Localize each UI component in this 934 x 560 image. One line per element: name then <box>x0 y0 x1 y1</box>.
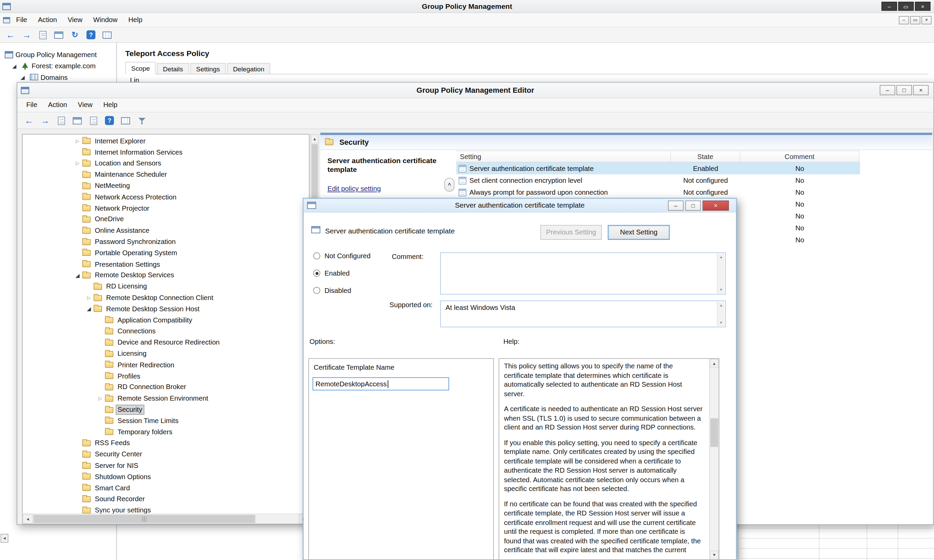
scroll-left-button[interactable]: ◄ <box>23 514 33 524</box>
column-header-state[interactable]: State <box>671 151 740 162</box>
tree-item-maintenance-scheduler[interactable]: Maintenance Scheduler <box>23 169 309 180</box>
tree-item-server-for-nis[interactable]: Server for NIS <box>23 460 309 471</box>
dialog-titlebar[interactable]: Server authentication certificate templa… <box>304 199 736 212</box>
editor-menu-view[interactable]: View <box>73 98 98 112</box>
scroll-up-icon[interactable]: ▲ <box>717 302 724 309</box>
expander-expanded-icon[interactable]: ◢ <box>84 306 94 312</box>
tree-item-online-assistance[interactable]: Online Assistance <box>23 225 309 237</box>
tree-item-netmeeting[interactable]: NetMeeting <box>23 180 309 192</box>
menu-file[interactable]: File <box>11 13 32 27</box>
tree-item-profiles[interactable]: Profiles <box>23 371 309 382</box>
supported-on-box[interactable]: At least Windows Vista ▲ ▼ <box>440 300 726 327</box>
editor-titlebar[interactable]: Group Policy Management Editor – □ × <box>17 83 933 98</box>
mdi-restore-button[interactable]: ▭ <box>910 15 920 24</box>
settings-row[interactable]: Always prompt for password upon connecti… <box>456 186 860 198</box>
tree-item-rd-licensing[interactable]: RD Licensing <box>23 281 309 292</box>
editor-menu-file[interactable]: File <box>21 98 43 112</box>
scrollbar-thumb[interactable] <box>33 515 255 523</box>
tree-item-device-and-resource-redirection[interactable]: Device and Resource Redirection <box>23 337 309 348</box>
tree-item-password-synchronization[interactable]: Password Synchronization <box>23 237 309 248</box>
tree-item-rd-connection-broker[interactable]: RD Connection Broker <box>23 382 309 393</box>
editor-menu-action[interactable]: Action <box>43 98 73 112</box>
expander-expanded-icon[interactable]: ◢ <box>73 272 82 278</box>
tree-item-smart-card[interactable]: Smart Card <box>23 483 309 494</box>
edit-policy-setting-link[interactable]: Edit policy setting <box>327 185 381 192</box>
radio-enabled[interactable]: Enabled <box>313 268 350 278</box>
back-button[interactable]: ← <box>3 28 18 42</box>
editor-extended-view-button[interactable] <box>118 114 133 127</box>
tab-details[interactable]: Details <box>157 63 189 74</box>
column-header-setting[interactable]: Setting <box>456 151 671 162</box>
expander-collapsed-icon[interactable]: ▷ <box>84 295 94 301</box>
scroll-down-icon[interactable]: ▼ <box>717 319 724 326</box>
editor-forward-button[interactable]: → <box>37 114 52 127</box>
expander-collapsed-icon[interactable]: ▷ <box>96 396 105 401</box>
next-setting-button[interactable]: Next Setting <box>608 225 670 240</box>
titlebar[interactable]: Group Policy Management – ▭ × <box>0 0 934 13</box>
mdi-close-button[interactable]: × <box>922 15 932 24</box>
expander-expanded-icon[interactable]: ◢ <box>9 63 19 69</box>
properties-button[interactable] <box>51 28 66 42</box>
column-header-comment[interactable]: Comment <box>740 151 860 162</box>
menu-view[interactable]: View <box>62 13 88 27</box>
expander-collapsed-icon[interactable]: ▷ <box>73 138 82 144</box>
collapse-chevron-button[interactable]: ^ <box>444 178 454 192</box>
settings-row[interactable]: Server authentication certificate templa… <box>456 162 860 174</box>
tree-item-remote-desktop-connection-client[interactable]: ▷Remote Desktop Connection Client <box>23 292 309 303</box>
scroll-up-button[interactable]: ▲ <box>710 359 719 368</box>
tab-scope[interactable]: Scope <box>125 62 156 74</box>
show-console-tree-button[interactable] <box>35 28 50 42</box>
tab-settings[interactable]: Settings <box>190 63 226 74</box>
tree-item-application-compatibility[interactable]: Application Compatibility <box>23 315 309 326</box>
scrollbar-thumb[interactable] <box>710 418 718 447</box>
tree-item-session-time-limits[interactable]: Session Time Limits <box>23 415 309 426</box>
comment-textarea[interactable]: ▲ ▼ <box>440 252 726 295</box>
scroll-down-button[interactable]: ▼ <box>710 551 719 559</box>
tree-item-internet-explorer[interactable]: ▷Internet Explorer <box>23 135 309 147</box>
tree-item-temporary-folders[interactable]: Temporary folders <box>23 426 309 438</box>
scroll-up-icon[interactable]: ▲ <box>717 254 724 261</box>
editor-back-button[interactable]: ← <box>22 114 36 127</box>
editor-filter-button[interactable] <box>134 114 149 127</box>
tree-item-connections[interactable]: Connections <box>23 326 309 337</box>
supported-scrollbar[interactable]: ▲ ▼ <box>717 302 725 326</box>
tree-item-portable-operating-system[interactable]: Portable Operating System <box>23 248 309 258</box>
tab-delegation[interactable]: Delegation <box>227 63 270 74</box>
editor-properties-button[interactable] <box>70 114 85 127</box>
tree-item-group-policy-management[interactable]: Group Policy Management <box>2 49 115 60</box>
tree-item-domains[interactable]: ◢ Domains <box>2 71 115 83</box>
menu-help[interactable]: Help <box>123 13 148 27</box>
tree-item-security[interactable]: Security <box>23 404 309 415</box>
radio-not-configured[interactable]: Not Configured <box>313 251 371 261</box>
editor-show-console-tree-button[interactable] <box>54 114 69 127</box>
tree-item-remote-desktop-session-host[interactable]: ◢Remote Desktop Session Host <box>23 303 309 315</box>
certificate-template-name-input[interactable]: RemoteDesktopAccess <box>313 377 449 391</box>
comment-scrollbar[interactable]: ▲ ▼ <box>717 254 725 293</box>
mdi-minimize-button[interactable]: – <box>899 15 909 24</box>
radio-button-checked[interactable] <box>313 269 320 277</box>
editor-export-list-button[interactable] <box>86 114 101 127</box>
tree-item-presentation-settings[interactable]: Presentation Settings <box>23 258 309 270</box>
expander-expanded-icon[interactable]: ◢ <box>18 74 28 80</box>
tree-item-printer-redirection[interactable]: Printer Redirection <box>23 360 309 371</box>
scroll-up-button[interactable]: ▲ <box>311 135 319 143</box>
radio-button[interactable] <box>313 252 320 260</box>
tree-item-sync-your-settings[interactable]: Sync your settings <box>23 505 309 514</box>
tree-item-location-and-sensors[interactable]: ▷Location and Sensors <box>23 158 309 169</box>
tree-item-onedrive[interactable]: OneDrive <box>23 214 309 225</box>
scroll-left-button[interactable]: ◄ <box>1 534 9 543</box>
radio-button[interactable] <box>313 287 320 294</box>
tree-item-licensing[interactable]: Licensing <box>23 348 309 360</box>
forward-button[interactable]: → <box>19 28 34 42</box>
dialog-minimize-button[interactable]: – <box>668 200 684 211</box>
previous-setting-button[interactable]: Previous Setting <box>540 225 602 240</box>
tree-item-network-access-protection[interactable]: Network Access Protection <box>23 192 309 203</box>
export-list-button[interactable] <box>100 28 114 42</box>
editor-menu-help[interactable]: Help <box>98 98 123 112</box>
dialog-maximize-button[interactable]: □ <box>685 200 701 211</box>
radio-disabled[interactable]: Disabled <box>313 286 351 295</box>
tree-item-sound-recorder[interactable]: Sound Recorder <box>23 494 309 505</box>
tree-item-remote-session-environment[interactable]: ▷Remote Session Environment <box>23 393 309 404</box>
menu-window[interactable]: Window <box>88 13 123 27</box>
tree-item-shutdown-options[interactable]: Shutdown Options <box>23 471 309 483</box>
